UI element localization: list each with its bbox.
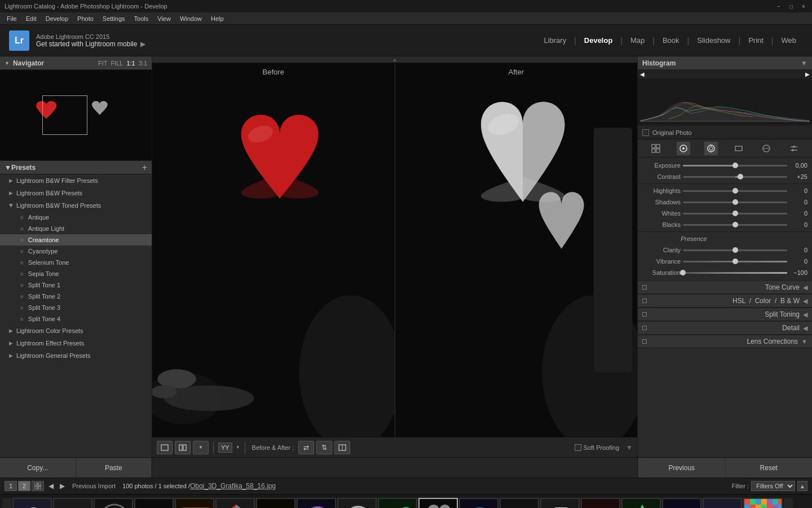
filter-select[interactable]: Filters Off (751, 481, 795, 491)
swap-btn[interactable]: ⇄ (298, 441, 314, 454)
preset-sepia-tone[interactable]: ≡ Sepia Tone (0, 268, 152, 279)
nav-web[interactable]: Web (775, 34, 804, 47)
contrast-thumb[interactable] (738, 174, 743, 179)
menu-settings[interactable]: Settings (98, 14, 130, 23)
tone-curve-toggle[interactable] (642, 285, 647, 290)
film-thumb-12[interactable] (459, 498, 498, 509)
highlights-thumb[interactable] (732, 188, 738, 194)
split-toning-toggle[interactable] (642, 312, 647, 317)
saturation-thumb[interactable] (680, 270, 686, 275)
filmstrip-right-arrow[interactable]: ▶ (784, 498, 793, 509)
maximize-button[interactable]: □ (787, 2, 795, 10)
film-thumb-16[interactable] (621, 498, 661, 509)
vibrance-track[interactable] (683, 261, 787, 262)
grid-tool-btn[interactable] (649, 142, 663, 155)
preset-split-tone-4[interactable]: ≡ Split Tone 4 (0, 313, 152, 325)
detail-toggle[interactable] (642, 326, 647, 330)
whites-track[interactable] (683, 213, 787, 214)
film-thumb-3[interactable] (94, 498, 133, 509)
menu-help[interactable]: Help (206, 14, 228, 23)
film-thumb-18[interactable] (703, 498, 742, 509)
film-thumb-17[interactable] (662, 498, 701, 509)
highlights-track[interactable] (683, 190, 787, 192)
yy-dropdown-arrow[interactable]: ▼ (236, 445, 240, 450)
view-dropdown-btn[interactable]: ▼ (193, 441, 209, 454)
hsl-panel-header[interactable]: HSL / Color / B & W ◀ (638, 294, 812, 308)
crop-tool-btn[interactable] (677, 142, 690, 155)
film-thumb-1[interactable] (12, 498, 52, 509)
hist-arrow-left[interactable]: ◀ (640, 71, 645, 77)
hist-arrow-right[interactable]: ▶ (805, 71, 810, 77)
shadows-thumb[interactable] (732, 199, 738, 205)
detail-panel-header[interactable]: Detail ◀ (638, 321, 812, 335)
detail-arrow[interactable]: ◀ (803, 325, 807, 332)
film-thumb-4[interactable] (134, 498, 174, 509)
film-thumb-5[interactable] (175, 498, 214, 509)
tone-curve-arrow[interactable]: ◀ (803, 284, 807, 291)
exposure-thumb[interactable] (732, 163, 738, 168)
menu-tools[interactable]: Tools (130, 14, 153, 23)
preset-group-effect-header[interactable]: ▶ Lightroom Effect Presets (0, 337, 152, 349)
nav-print[interactable]: Print (742, 34, 770, 47)
heal-tool-btn[interactable] (704, 142, 718, 155)
preset-antique[interactable]: ≡ Antique (0, 212, 152, 223)
menu-view[interactable]: View (153, 14, 175, 23)
view-single-btn[interactable] (157, 441, 173, 454)
saturation-track[interactable] (683, 272, 787, 274)
zoom-1to1[interactable]: 1:1 (126, 60, 135, 67)
page-2-btn[interactable]: 2 (18, 481, 30, 491)
film-thumb-14[interactable] (540, 498, 580, 509)
menu-develop[interactable]: Develop (41, 14, 73, 23)
menu-photo[interactable]: Photo (73, 14, 98, 23)
navigator-header[interactable]: ▼ Navigator FIT FILL 1:1 3:1 (0, 56, 152, 70)
menu-window[interactable]: Window (175, 14, 206, 23)
gradient-tool-btn[interactable] (732, 142, 745, 155)
page-1-btn[interactable]: 1 (5, 481, 17, 491)
original-photo-checkbox[interactable] (642, 129, 649, 136)
preset-group-color-header[interactable]: ▶ Lightroom Color Presets (0, 325, 152, 337)
menu-file[interactable]: File (2, 14, 21, 23)
film-thumb-6[interactable] (215, 498, 255, 509)
lens-corrections-toggle[interactable] (642, 339, 647, 344)
clarity-track[interactable] (683, 249, 787, 251)
reset-button[interactable]: Reset (725, 458, 813, 478)
tone-curve-panel-header[interactable]: Tone Curve ◀ (638, 281, 812, 294)
menu-edit[interactable]: Edit (21, 14, 41, 23)
mobile-arrow[interactable]: ▶ (140, 40, 145, 48)
preset-group-bw-filter-header[interactable]: ▶ Lightroom B&W Filter Presets (0, 174, 152, 187)
film-thumb-19[interactable] (743, 498, 783, 509)
grid-view-btn[interactable] (32, 481, 44, 491)
shadows-track[interactable] (683, 202, 787, 203)
vibrance-thumb[interactable] (732, 259, 738, 264)
yy-selector[interactable]: YY (218, 443, 232, 453)
preset-split-tone-1[interactable]: ≡ Split Tone 1 (0, 279, 152, 291)
preset-creamtone[interactable]: ≡ Creamtone (0, 234, 152, 246)
film-thumb-2[interactable] (53, 498, 92, 509)
previous-button[interactable]: Previous (638, 458, 725, 478)
film-thumb-15[interactable] (581, 498, 620, 509)
nav-develop[interactable]: Develop (577, 34, 620, 47)
blacks-thumb[interactable] (732, 222, 738, 227)
nav-library[interactable]: Library (537, 34, 573, 47)
presets-header[interactable]: ▼ Presets + (0, 161, 152, 174)
histogram-collapse-arrow[interactable]: ▼ (801, 59, 807, 67)
zoom-fit[interactable]: FIT (98, 60, 108, 67)
copy-button[interactable]: Copy... (0, 458, 76, 478)
film-thumb-10[interactable] (378, 498, 417, 509)
nav-slideshow[interactable]: Slideshow (690, 34, 737, 47)
preset-group-bw-toned-header[interactable]: ▶ Lightroom B&W Toned Presets (0, 199, 152, 212)
viewport-btn[interactable] (334, 441, 350, 454)
hsl-toggle[interactable] (642, 299, 647, 303)
film-thumb-8[interactable] (297, 498, 336, 509)
preset-split-tone-2[interactable]: ≡ Split Tone 2 (0, 291, 152, 302)
copy-settings-btn[interactable]: ⇅ (316, 441, 332, 454)
soft-proofing-checkbox[interactable] (575, 444, 581, 451)
film-thumb-9[interactable] (337, 498, 377, 509)
lens-corrections-panel-header[interactable]: Lens Corrections ▼ (638, 335, 812, 348)
preset-selenium-tone[interactable]: ≡ Selenium Tone (0, 257, 152, 268)
paste-button[interactable]: Paste (76, 458, 152, 478)
adjustment-brush-btn[interactable] (787, 142, 801, 155)
preset-split-tone-3[interactable]: ≡ Split Tone 3 (0, 302, 152, 313)
hsl-arrow[interactable]: ◀ (803, 297, 807, 305)
filmstrip-left-arrow[interactable]: ◀ (2, 498, 11, 509)
